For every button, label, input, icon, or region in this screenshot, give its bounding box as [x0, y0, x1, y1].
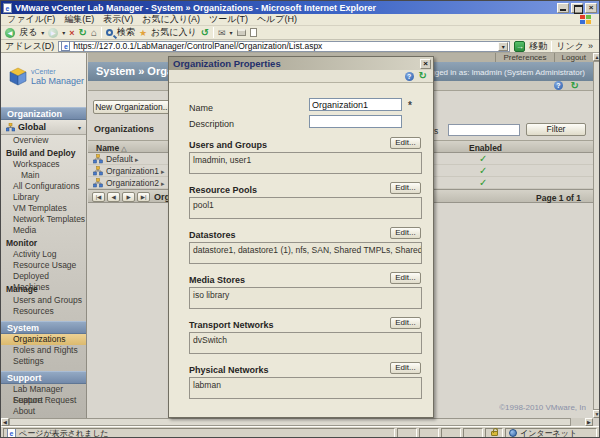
sidebar-item-all-configurations[interactable]: All Configurations: [1, 181, 86, 192]
scroll-left-icon[interactable]: ◀: [1, 418, 9, 426]
search-label[interactable]: 検索: [117, 26, 135, 39]
status-pane: [419, 428, 439, 438]
browser-toolbar: ◀ 戻る ▾ ▶ ▾ × ↻ ⌂ 検索 ★ お気に入り ↺ ✉ ▾: [1, 26, 599, 40]
name-field[interactable]: [309, 98, 402, 111]
logout-link[interactable]: Logout: [554, 53, 593, 62]
vertical-scroll-thumb[interactable]: [593, 61, 600, 410]
back-label[interactable]: 戻る: [19, 26, 37, 39]
column-header-name[interactable]: Name△: [96, 143, 127, 153]
vertical-scrollbar[interactable]: ▲ ▼: [593, 53, 600, 418]
filter-input[interactable]: [448, 124, 520, 136]
org-name-link[interactable]: Organization1▸: [106, 166, 164, 176]
org-name-link[interactable]: Organization2▸: [106, 178, 164, 188]
sidebar-item-users-and-groups[interactable]: Users and Groups: [1, 295, 86, 306]
previous-page-button[interactable]: ◀: [107, 192, 120, 202]
menu-tools[interactable]: ツール(T): [209, 13, 248, 26]
enabled-check-icon: ✓: [479, 153, 487, 164]
menu-view[interactable]: 表示(V): [103, 13, 133, 26]
first-page-button[interactable]: |◀: [92, 192, 105, 202]
column-header-enabled[interactable]: Enabled: [469, 143, 502, 153]
print-icon[interactable]: [237, 29, 246, 36]
sidebar-item-resources[interactable]: Resources: [1, 306, 86, 317]
menu-favorites[interactable]: お気に入り(A): [142, 13, 200, 26]
forward-icon[interactable]: ▶: [48, 28, 58, 38]
dialog-close-icon[interactable]: ×: [420, 59, 431, 69]
users-and-groups-edit-button[interactable]: Edit...: [390, 137, 421, 149]
stop-icon[interactable]: ×: [69, 28, 74, 38]
back-icon[interactable]: ◀: [5, 28, 15, 38]
sidebar-item-organizations[interactable]: Organizations: [1, 334, 86, 345]
sidebar-item-deployed-machines[interactable]: Deployed Machines: [1, 271, 86, 282]
address-input[interactable]: e https://127.0.0.1/LabManager/ControlPa…: [58, 41, 510, 52]
sidebar-item-settings[interactable]: Settings: [1, 356, 86, 367]
sort-ascending-icon: △: [121, 145, 126, 152]
new-organization-button[interactable]: New Organization...: [93, 100, 172, 114]
sidebar-item-vm-templates[interactable]: VM Templates: [1, 203, 86, 214]
help-icon[interactable]: ?: [554, 81, 563, 90]
menu-help[interactable]: ヘルプ(H): [257, 13, 297, 26]
back-dropdown-icon[interactable]: ▾: [41, 29, 44, 36]
sidebar-item-overview[interactable]: Overview: [1, 135, 86, 146]
refresh-icon[interactable]: ↻: [79, 27, 87, 38]
links-chevron-icon[interactable]: »: [588, 41, 593, 51]
scroll-right-icon[interactable]: ▶: [585, 418, 593, 426]
mail-icon[interactable]: ✉: [218, 28, 226, 38]
restore-button[interactable]: [571, 3, 583, 13]
next-page-button[interactable]: ▶: [122, 192, 135, 202]
sidebar-item-workspaces[interactable]: Workspaces: [1, 159, 86, 170]
minimize-button[interactable]: [557, 3, 569, 13]
menu-edit[interactable]: 編集(E): [64, 13, 94, 26]
menu-file[interactable]: ファイル(F): [7, 13, 55, 26]
address-label: アドレス(D): [5, 40, 54, 53]
copyright-text: ©1998-2010 VMware, In: [499, 403, 586, 412]
forward-dropdown-icon[interactable]: ▾: [62, 29, 65, 36]
last-page-button[interactable]: ▶|: [137, 192, 150, 202]
close-button[interactable]: ×: [585, 3, 597, 13]
sidebar-item-library[interactable]: Library: [1, 192, 86, 203]
physical-networks-edit-button[interactable]: Edit...: [390, 362, 421, 374]
home-icon[interactable]: ⌂: [91, 27, 97, 38]
window-title: VMware vCenter Lab Manager - System » Or…: [15, 3, 554, 13]
history-icon[interactable]: ↺: [201, 27, 209, 38]
row-arrow-icon: ▸: [135, 156, 139, 163]
dialog-help-icon[interactable]: ?: [405, 72, 414, 81]
sidebar-item-network-templates[interactable]: Network Templates: [1, 214, 86, 225]
browser-window: e VMware vCenter Lab Manager - System » …: [0, 0, 600, 438]
sidebar-org-selector[interactable]: Global ▾: [1, 120, 86, 135]
sidebar-item-roles-and-rights[interactable]: Roles and Rights: [1, 345, 86, 356]
scroll-down-icon[interactable]: ▼: [593, 410, 600, 418]
transport-networks-edit-button[interactable]: Edit...: [390, 317, 421, 329]
links-label[interactable]: リンク: [556, 40, 584, 53]
page-refresh-icon[interactable]: ↻: [571, 81, 579, 91]
favorites-icon[interactable]: ★: [139, 28, 147, 38]
horizontal-scrollbar[interactable]: ◀ ▶: [1, 418, 593, 426]
org-name-link[interactable]: Default▸: [106, 154, 138, 164]
sidebar-item-lab-manager-support[interactable]: Lab Manager Support: [1, 384, 86, 395]
go-label[interactable]: 移動: [529, 40, 547, 53]
sidebar-item-activity-log[interactable]: Activity Log: [1, 249, 86, 260]
search-icon[interactable]: [106, 29, 113, 36]
sidebar-item-about[interactable]: About: [1, 406, 86, 417]
description-field[interactable]: [309, 115, 402, 128]
sidebar-item-resource-usage[interactable]: Resource Usage: [1, 260, 86, 271]
dialog-refresh-icon[interactable]: ↻: [419, 71, 427, 81]
media-stores-edit-button[interactable]: Edit...: [390, 272, 421, 284]
sidebar-item-media[interactable]: Media: [1, 225, 86, 236]
page-icon: e: [61, 41, 70, 51]
address-url[interactable]: https://127.0.0.1/LabManager/ControlPane…: [73, 41, 495, 51]
resource-pools-edit-button[interactable]: Edit...: [390, 182, 421, 194]
preferences-link[interactable]: Preferences: [495, 53, 553, 62]
go-icon[interactable]: →: [514, 41, 525, 52]
mail-dropdown-icon[interactable]: ▾: [230, 29, 233, 36]
sidebar-item-feature-request[interactable]: Feature Request: [1, 395, 86, 406]
filter-button[interactable]: Filter: [526, 123, 586, 136]
address-bar: アドレス(D) e https://127.0.0.1/LabManager/C…: [1, 40, 599, 53]
address-dropdown-icon[interactable]: ▾: [498, 42, 508, 51]
horizontal-scroll-thumb[interactable]: [9, 418, 571, 426]
dialog-titlebar[interactable]: Organization Properties ×: [169, 57, 433, 70]
favorites-label[interactable]: お気に入り: [151, 26, 197, 39]
datastores-edit-button[interactable]: Edit...: [390, 227, 421, 239]
sidebar-item-main[interactable]: Main: [1, 170, 86, 181]
scroll-up-icon[interactable]: ▲: [593, 53, 600, 61]
edit-page-icon[interactable]: [250, 28, 257, 37]
